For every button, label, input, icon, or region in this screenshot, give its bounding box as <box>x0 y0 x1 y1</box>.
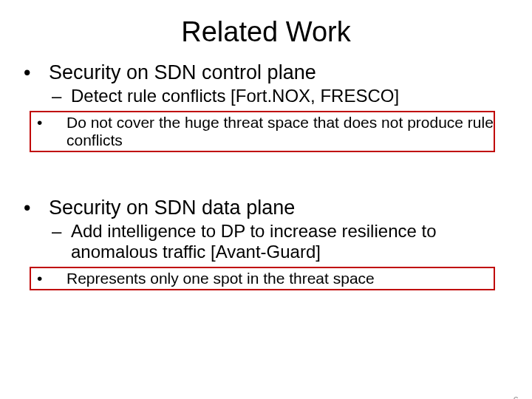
bullet-level-1: • Security on SDN data plane <box>19 197 513 219</box>
bullet-dot-icon: • <box>34 270 66 287</box>
slide: Related Work • Security on SDN control p… <box>0 16 532 399</box>
bullet-level-3: • Represents only one spot in the threat… <box>19 267 513 290</box>
bullet-dash-icon: – <box>52 86 71 106</box>
bullet-dot-icon: • <box>34 114 66 132</box>
callout-row: • Do not cover the huge threat space tha… <box>19 111 513 152</box>
callout-text: Do not cover the huge threat space that … <box>66 114 505 149</box>
bullet-level-1: • Security on SDN control plane <box>19 61 513 84</box>
callout-text: Represents only one spot in the threat s… <box>66 270 375 287</box>
bullet-dot-icon: • <box>19 61 49 84</box>
slide-body: • Security on SDN control plane – Detect… <box>0 61 532 290</box>
bullet-level-2: – Add intelligence to DP to increase res… <box>19 221 513 262</box>
bullet-level-2: – Detect rule conflicts [Fort.NOX, FRESC… <box>19 86 513 106</box>
slide-title: Related Work <box>0 16 532 48</box>
callout-row: • Represents only one spot in the threat… <box>19 267 513 290</box>
bullet-dash-icon: – <box>52 221 71 242</box>
bullet-dot-icon: • <box>19 197 49 219</box>
page-number: 6 <box>513 395 519 399</box>
section-subheading: Add intelligence to DP to increase resil… <box>71 221 513 262</box>
bullet-level-3: • Do not cover the huge threat space tha… <box>19 111 513 152</box>
section-heading: Security on SDN data plane <box>49 197 295 219</box>
section-subheading: Detect rule conflicts [Fort.NOX, FRESCO] <box>71 86 399 106</box>
spacer <box>19 157 513 192</box>
section-heading: Security on SDN control plane <box>49 61 316 84</box>
